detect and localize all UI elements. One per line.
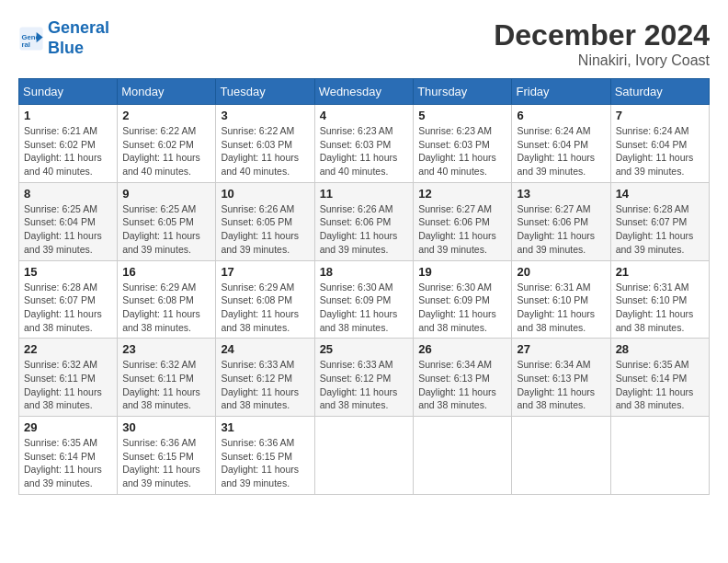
table-row: 25 Sunrise: 6:33 AMSunset: 6:12 PMDaylig… [314,339,414,417]
day-number: 28 [616,342,704,356]
day-info: Sunrise: 6:24 AMSunset: 6:04 PMDaylight:… [616,124,704,178]
day-info: Sunrise: 6:29 AMSunset: 6:08 PMDaylight:… [122,281,210,335]
table-row [610,417,709,495]
day-info: Sunrise: 6:27 AMSunset: 6:06 PMDaylight:… [418,202,506,257]
day-number: 21 [616,265,704,279]
col-saturday: Saturday [610,79,709,105]
day-info: Sunrise: 6:28 AMSunset: 6:07 PMDaylight:… [616,202,704,257]
day-number: 1 [24,109,112,122]
day-info: Sunrise: 6:30 AMSunset: 6:09 PMDaylight:… [418,281,506,335]
day-number: 12 [418,187,506,201]
day-info: Sunrise: 6:35 AMSunset: 6:14 PMDaylight:… [24,436,112,490]
day-number: 18 [320,265,409,279]
logo-line1: General [48,18,109,37]
day-number: 14 [616,187,704,201]
table-row: 24 Sunrise: 6:33 AMSunset: 6:12 PMDaylig… [216,339,314,417]
table-row: 29 Sunrise: 6:35 AMSunset: 6:14 PMDaylig… [19,417,118,495]
table-row [314,417,414,495]
table-row: 26 Sunrise: 6:34 AMSunset: 6:13 PMDaylig… [414,339,512,417]
day-number: 7 [616,109,704,122]
day-number: 13 [517,187,605,201]
day-number: 27 [517,342,605,356]
day-number: 8 [24,187,112,201]
table-row: 16 Sunrise: 6:29 AMSunset: 6:08 PMDaylig… [118,260,216,339]
day-number: 26 [418,342,506,356]
calendar-week-4: 22 Sunrise: 6:32 AMSunset: 6:11 PMDaylig… [19,339,710,417]
day-info: Sunrise: 6:30 AMSunset: 6:09 PMDaylight:… [320,281,409,335]
day-info: Sunrise: 6:24 AMSunset: 6:04 PMDaylight:… [517,124,605,178]
location-title: Ninakiri, Ivory Coast [494,52,710,69]
day-number: 25 [320,342,409,356]
day-info: Sunrise: 6:29 AMSunset: 6:08 PMDaylight:… [221,281,309,335]
col-wednesday: Wednesday [314,79,414,105]
day-number: 22 [24,342,112,356]
day-number: 30 [122,420,210,434]
table-row [414,417,512,495]
month-title: December 2024 [494,18,710,52]
table-row: 6 Sunrise: 6:24 AMSunset: 6:04 PMDayligh… [512,105,610,183]
title-area: December 2024 Ninakiri, Ivory Coast [494,18,710,69]
day-info: Sunrise: 6:34 AMSunset: 6:13 PMDaylight:… [418,358,506,412]
table-row: 10 Sunrise: 6:26 AMSunset: 6:05 PMDaylig… [216,182,314,260]
day-info: Sunrise: 6:36 AMSunset: 6:15 PMDaylight:… [221,436,309,490]
day-number: 16 [122,265,210,279]
calendar-week-1: 1 Sunrise: 6:21 AMSunset: 6:02 PMDayligh… [19,105,710,183]
table-row: 18 Sunrise: 6:30 AMSunset: 6:09 PMDaylig… [314,260,414,339]
svg-text:ral: ral [22,40,30,49]
table-row: 2 Sunrise: 6:22 AMSunset: 6:02 PMDayligh… [118,105,216,183]
table-row: 27 Sunrise: 6:34 AMSunset: 6:13 PMDaylig… [512,339,610,417]
table-row: 9 Sunrise: 6:25 AMSunset: 6:05 PMDayligh… [118,182,216,260]
day-info: Sunrise: 6:22 AMSunset: 6:02 PMDaylight:… [122,124,210,178]
table-row: 31 Sunrise: 6:36 AMSunset: 6:15 PMDaylig… [216,417,314,495]
table-row: 3 Sunrise: 6:22 AMSunset: 6:03 PMDayligh… [216,105,314,183]
calendar-week-2: 8 Sunrise: 6:25 AMSunset: 6:04 PMDayligh… [19,182,710,260]
day-info: Sunrise: 6:25 AMSunset: 6:04 PMDaylight:… [24,202,112,257]
logo-icon: Gene- ral [18,26,44,52]
calendar-week-3: 15 Sunrise: 6:28 AMSunset: 6:07 PMDaylig… [19,260,710,339]
day-info: Sunrise: 6:26 AMSunset: 6:06 PMDaylight:… [320,202,409,257]
day-info: Sunrise: 6:33 AMSunset: 6:12 PMDaylight:… [221,358,309,412]
table-row: 1 Sunrise: 6:21 AMSunset: 6:02 PMDayligh… [19,105,118,183]
day-info: Sunrise: 6:36 AMSunset: 6:15 PMDaylight:… [122,436,210,490]
col-monday: Monday [118,79,216,105]
table-row: 7 Sunrise: 6:24 AMSunset: 6:04 PMDayligh… [610,105,709,183]
day-number: 6 [517,109,605,122]
day-number: 2 [122,109,210,122]
day-info: Sunrise: 6:27 AMSunset: 6:06 PMDaylight:… [517,202,605,257]
col-thursday: Thursday [414,79,512,105]
day-number: 11 [320,187,409,201]
table-row: 13 Sunrise: 6:27 AMSunset: 6:06 PMDaylig… [512,182,610,260]
table-row: 23 Sunrise: 6:32 AMSunset: 6:11 PMDaylig… [118,339,216,417]
day-number: 15 [24,265,112,279]
table-row [512,417,610,495]
day-number: 20 [517,265,605,279]
table-row: 15 Sunrise: 6:28 AMSunset: 6:07 PMDaylig… [19,260,118,339]
table-row: 5 Sunrise: 6:23 AMSunset: 6:03 PMDayligh… [414,105,512,183]
col-tuesday: Tuesday [216,79,314,105]
day-number: 9 [122,187,210,201]
logo: Gene- ral General Blue [18,18,109,58]
day-number: 3 [221,109,309,122]
day-info: Sunrise: 6:31 AMSunset: 6:10 PMDaylight:… [517,281,605,335]
calendar-week-5: 29 Sunrise: 6:35 AMSunset: 6:14 PMDaylig… [19,417,710,495]
day-number: 5 [418,109,506,122]
table-row: 30 Sunrise: 6:36 AMSunset: 6:15 PMDaylig… [118,417,216,495]
day-info: Sunrise: 6:25 AMSunset: 6:05 PMDaylight:… [122,202,210,257]
day-info: Sunrise: 6:23 AMSunset: 6:03 PMDaylight:… [418,124,506,178]
header: Gene- ral General Blue December 2024 Nin… [18,18,710,69]
day-info: Sunrise: 6:26 AMSunset: 6:05 PMDaylight:… [221,202,309,257]
day-info: Sunrise: 6:21 AMSunset: 6:02 PMDaylight:… [24,124,112,178]
table-row: 17 Sunrise: 6:29 AMSunset: 6:08 PMDaylig… [216,260,314,339]
calendar-table: Sunday Monday Tuesday Wednesday Thursday… [18,78,710,495]
day-number: 23 [122,342,210,356]
day-info: Sunrise: 6:34 AMSunset: 6:13 PMDaylight:… [517,358,605,412]
day-info: Sunrise: 6:22 AMSunset: 6:03 PMDaylight:… [221,124,309,178]
table-row: 19 Sunrise: 6:30 AMSunset: 6:09 PMDaylig… [414,260,512,339]
day-info: Sunrise: 6:31 AMSunset: 6:10 PMDaylight:… [616,281,704,335]
col-friday: Friday [512,79,610,105]
table-row: 20 Sunrise: 6:31 AMSunset: 6:10 PMDaylig… [512,260,610,339]
table-row: 12 Sunrise: 6:27 AMSunset: 6:06 PMDaylig… [414,182,512,260]
day-info: Sunrise: 6:23 AMSunset: 6:03 PMDaylight:… [320,124,409,178]
day-info: Sunrise: 6:33 AMSunset: 6:12 PMDaylight:… [320,358,409,412]
table-row: 21 Sunrise: 6:31 AMSunset: 6:10 PMDaylig… [610,260,709,339]
